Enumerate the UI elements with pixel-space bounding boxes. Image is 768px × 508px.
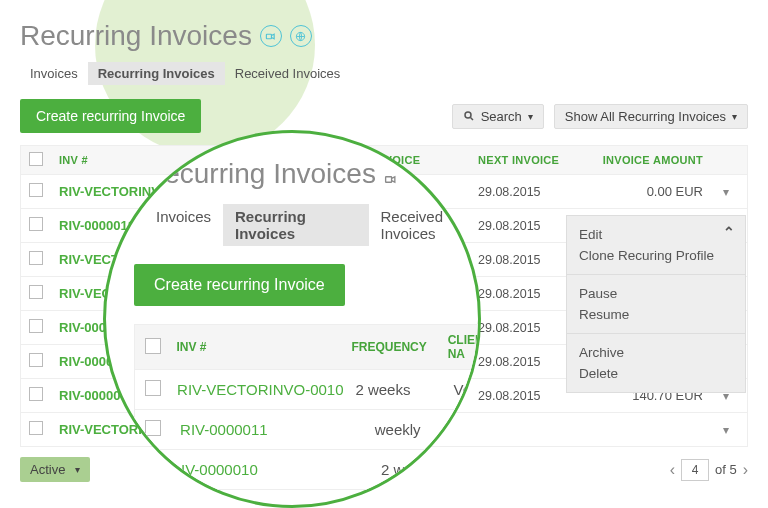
chevron-down-icon[interactable]: ▾ — [723, 185, 729, 199]
chevron-down-icon: ▾ — [732, 111, 737, 122]
pager: ‹ 4 of 5 › — [670, 459, 748, 481]
table-row[interactable]: RIV-0000011weeklyF — [134, 410, 481, 450]
context-menu: ⌃ Edit Clone Recuring Profile Pause Resu… — [566, 215, 746, 393]
lens-col-client[interactable]: CLIENT NA — [448, 333, 481, 361]
tab-received[interactable]: Received Invoices — [225, 62, 351, 85]
chevron-down-icon: ▾ — [75, 464, 80, 475]
col-amount[interactable]: INVOICE AMOUNT — [583, 154, 713, 166]
tab-recurring[interactable]: Recurring Invoices — [88, 62, 225, 85]
ctx-edit[interactable]: Edit — [579, 224, 733, 245]
row-checkbox[interactable] — [29, 251, 43, 265]
page-title-text: Recurring Invoices — [20, 20, 252, 52]
ctx-resume[interactable]: Resume — [579, 304, 733, 325]
row-checkbox[interactable] — [29, 387, 43, 401]
row-checkbox[interactable] — [29, 353, 43, 367]
chevron-down-icon: ▾ — [528, 111, 533, 122]
ctx-pause[interactable]: Pause — [579, 283, 733, 304]
lens-table-header: INV # FREQUENCY CLIENT NA — [134, 324, 481, 370]
ctx-archive[interactable]: Archive — [579, 342, 733, 363]
row-checkbox[interactable] — [29, 421, 43, 435]
page-title: Recurring Invoices — [20, 20, 748, 52]
table-row[interactable]: RIV-VECTORINVO-00102 weeksVecto — [134, 370, 481, 410]
search-label: Search — [481, 109, 522, 124]
row-checkbox[interactable] — [145, 380, 161, 396]
lens-col-inv[interactable]: INV # — [176, 340, 351, 354]
lens-tab-recurring[interactable]: Recurring Invoices — [223, 204, 368, 246]
tab-invoices[interactable]: Invoices — [20, 62, 88, 85]
row-next: 29.08.2015 — [478, 185, 583, 199]
ctx-delete[interactable]: Delete — [579, 363, 733, 384]
zoom-lens: Recurring Invoices Invoices Recurring In… — [103, 130, 481, 508]
svg-rect-3 — [386, 177, 392, 182]
row-inv[interactable]: RIV-0000011 — [180, 421, 375, 438]
lens-col-freq[interactable]: FREQUENCY — [351, 340, 447, 354]
row-checkbox[interactable] — [29, 319, 43, 333]
pager-prev[interactable]: ‹ — [670, 461, 675, 479]
row-inv[interactable]: IV-0000010 — [181, 461, 381, 478]
show-all-button[interactable]: Show All Recurring Invoices ▾ — [554, 104, 748, 129]
svg-rect-0 — [267, 34, 272, 39]
globe-icon[interactable] — [290, 25, 312, 47]
ctx-clone[interactable]: Clone Recuring Profile — [579, 245, 733, 266]
search-button[interactable]: Search ▾ — [452, 104, 544, 129]
row-checkbox[interactable] — [145, 420, 161, 436]
chevron-up-icon[interactable]: ⌃ — [723, 224, 735, 240]
col-next[interactable]: NEXT INVOICE — [478, 154, 583, 166]
lens-select-all-checkbox[interactable] — [145, 338, 161, 354]
row-freq: 2 weeks — [355, 381, 453, 398]
svg-point-2 — [465, 112, 471, 118]
filter-active-label: Active — [30, 462, 65, 477]
row-inv[interactable]: RIV-VECTORINVO — [59, 184, 154, 199]
video-icon[interactable] — [260, 25, 282, 47]
tabs: Invoices Recurring Invoices Received Inv… — [20, 62, 748, 85]
select-all-checkbox[interactable] — [29, 152, 43, 166]
row-inv[interactable]: RIV-VECTORINVO-0010 — [177, 381, 355, 398]
chevron-down-icon[interactable]: ▾ — [723, 423, 729, 437]
col-inv[interactable]: INV # — [59, 154, 154, 166]
pager-page-input[interactable]: 4 — [681, 459, 709, 481]
search-icon — [463, 110, 475, 122]
row-amount: 0.00 EUR — [583, 184, 713, 199]
toolbar: Create recurring Invoice Search ▾ Show A… — [20, 99, 748, 133]
lens-create-button[interactable]: Create recurring Invoice — [134, 264, 345, 306]
lens-tab-invoices[interactable]: Invoices — [144, 204, 223, 246]
row-checkbox[interactable] — [29, 217, 43, 231]
pager-of: of 5 — [715, 462, 737, 477]
create-recurring-invoice-button[interactable]: Create recurring Invoice — [20, 99, 201, 133]
filter-active[interactable]: Active ▾ — [20, 457, 90, 482]
show-all-label: Show All Recurring Invoices — [565, 109, 726, 124]
row-checkbox[interactable] — [29, 285, 43, 299]
pager-next[interactable]: › — [743, 461, 748, 479]
row-checkbox[interactable] — [29, 183, 43, 197]
lens-tabs: Invoices Recurring Invoices Received Inv… — [134, 204, 481, 246]
